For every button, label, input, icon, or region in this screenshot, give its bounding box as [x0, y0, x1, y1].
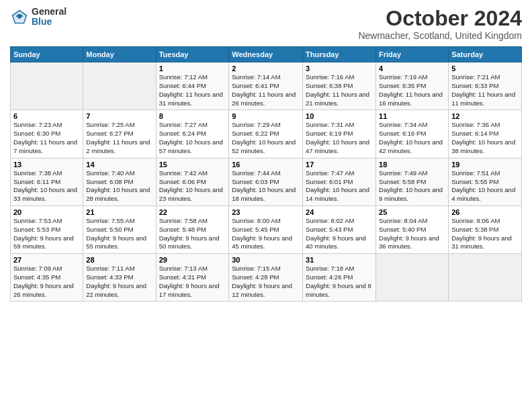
logo-text: General Blue: [32, 7, 66, 28]
calendar-cell: 31Sunrise: 7:18 AM Sunset: 4:26 PM Dayli…: [303, 254, 376, 302]
day-info: Sunrise: 7:36 AM Sunset: 6:14 PM Dayligh…: [451, 121, 519, 155]
calendar-cell: 24Sunrise: 8:02 AM Sunset: 5:43 PM Dayli…: [303, 205, 376, 253]
calendar-cell: [376, 254, 449, 302]
day-number: 13: [13, 161, 80, 169]
logo: General Blue: [10, 7, 66, 28]
day-info: Sunrise: 7:21 AM Sunset: 6:33 PM Dayligh…: [451, 73, 519, 107]
calendar-cell: 16Sunrise: 7:44 AM Sunset: 6:03 PM Dayli…: [229, 158, 303, 205]
day-info: Sunrise: 7:09 AM Sunset: 4:35 PM Dayligh…: [13, 265, 80, 299]
calendar-cell: [11, 62, 83, 110]
week-row-4: 27Sunrise: 7:09 AM Sunset: 4:35 PM Dayli…: [11, 254, 522, 302]
day-info: Sunrise: 7:47 AM Sunset: 6:01 PM Dayligh…: [306, 169, 373, 203]
calendar-table: Sunday Monday Tuesday Wednesday Thursday…: [10, 46, 522, 302]
day-info: Sunrise: 7:31 AM Sunset: 6:19 PM Dayligh…: [306, 121, 373, 155]
day-number: 25: [379, 208, 445, 216]
day-number: 17: [306, 161, 373, 169]
week-row-0: 1Sunrise: 7:12 AM Sunset: 6:44 PM Daylig…: [11, 62, 522, 110]
calendar-cell: 25Sunrise: 8:04 AM Sunset: 5:40 PM Dayli…: [376, 205, 449, 253]
calendar-cell: [449, 254, 522, 302]
day-info: Sunrise: 7:23 AM Sunset: 6:30 PM Dayligh…: [13, 121, 80, 155]
header-row: Sunday Monday Tuesday Wednesday Thursday…: [11, 47, 522, 62]
calendar-cell: 30Sunrise: 7:15 AM Sunset: 4:28 PM Dayli…: [229, 254, 303, 302]
day-info: Sunrise: 7:38 AM Sunset: 6:11 PM Dayligh…: [13, 169, 80, 203]
day-number: 9: [232, 112, 300, 120]
day-info: Sunrise: 7:49 AM Sunset: 5:58 PM Dayligh…: [379, 169, 445, 203]
day-info: Sunrise: 7:29 AM Sunset: 6:22 PM Dayligh…: [232, 121, 300, 155]
day-info: Sunrise: 8:06 AM Sunset: 5:38 PM Dayligh…: [451, 217, 519, 251]
calendar-cell: 3Sunrise: 7:16 AM Sunset: 6:38 PM Daylig…: [303, 62, 376, 110]
week-row-3: 20Sunrise: 7:53 AM Sunset: 5:53 PM Dayli…: [11, 205, 522, 253]
day-number: 1: [159, 64, 226, 73]
day-info: Sunrise: 7:19 AM Sunset: 6:35 PM Dayligh…: [379, 73, 445, 107]
calendar-cell: 9Sunrise: 7:29 AM Sunset: 6:22 PM Daylig…: [229, 110, 303, 158]
day-number: 26: [451, 208, 519, 216]
title-block: October 2024 Newmacher, Scotland, United…: [358, 7, 522, 41]
week-row-2: 13Sunrise: 7:38 AM Sunset: 6:11 PM Dayli…: [11, 158, 522, 205]
calendar-cell: 15Sunrise: 7:42 AM Sunset: 6:06 PM Dayli…: [156, 158, 229, 205]
day-info: Sunrise: 8:04 AM Sunset: 5:40 PM Dayligh…: [379, 217, 445, 251]
calendar-cell: 8Sunrise: 7:27 AM Sunset: 6:24 PM Daylig…: [156, 110, 229, 158]
day-number: 23: [232, 208, 300, 216]
day-number: 15: [159, 161, 226, 169]
day-info: Sunrise: 7:40 AM Sunset: 6:08 PM Dayligh…: [86, 169, 152, 203]
day-number: 5: [451, 64, 519, 73]
day-info: Sunrise: 7:13 AM Sunset: 4:31 PM Dayligh…: [159, 265, 226, 299]
calendar-cell: 7Sunrise: 7:25 AM Sunset: 6:27 PM Daylig…: [83, 110, 156, 158]
calendar-cell: 23Sunrise: 8:00 AM Sunset: 5:45 PM Dayli…: [229, 205, 303, 253]
calendar-cell: 11Sunrise: 7:34 AM Sunset: 6:16 PM Dayli…: [376, 110, 449, 158]
day-info: Sunrise: 7:15 AM Sunset: 4:28 PM Dayligh…: [232, 265, 300, 299]
day-info: Sunrise: 7:12 AM Sunset: 6:44 PM Dayligh…: [159, 73, 226, 107]
calendar-cell: 2Sunrise: 7:14 AM Sunset: 6:41 PM Daylig…: [229, 62, 303, 110]
day-info: Sunrise: 7:18 AM Sunset: 4:26 PM Dayligh…: [306, 265, 373, 299]
day-info: Sunrise: 7:34 AM Sunset: 6:16 PM Dayligh…: [379, 121, 445, 155]
day-info: Sunrise: 7:58 AM Sunset: 5:48 PM Dayligh…: [159, 217, 226, 251]
day-number: 11: [379, 112, 445, 120]
month-title: October 2024: [358, 7, 522, 30]
day-number: 18: [379, 161, 445, 169]
day-number: 16: [232, 161, 300, 169]
day-number: 19: [451, 161, 519, 169]
calendar-cell: 1Sunrise: 7:12 AM Sunset: 6:44 PM Daylig…: [156, 62, 229, 110]
calendar-cell: 4Sunrise: 7:19 AM Sunset: 6:35 PM Daylig…: [376, 62, 449, 110]
day-number: 20: [13, 208, 80, 216]
day-info: Sunrise: 7:14 AM Sunset: 6:41 PM Dayligh…: [232, 73, 300, 107]
col-tuesday: Tuesday: [156, 47, 229, 62]
day-number: 31: [306, 256, 373, 264]
calendar-cell: 19Sunrise: 7:51 AM Sunset: 5:55 PM Dayli…: [449, 158, 522, 205]
day-number: 10: [306, 112, 373, 120]
day-number: 12: [451, 112, 519, 120]
header: General Blue October 2024 Newmacher, Sco…: [10, 7, 522, 41]
col-thursday: Thursday: [303, 47, 376, 62]
day-number: 27: [13, 256, 80, 264]
page: General Blue October 2024 Newmacher, Sco…: [0, 0, 532, 308]
col-friday: Friday: [376, 47, 449, 62]
calendar-cell: 5Sunrise: 7:21 AM Sunset: 6:33 PM Daylig…: [449, 62, 522, 110]
location-subtitle: Newmacher, Scotland, United Kingdom: [358, 30, 522, 41]
day-number: 21: [86, 208, 152, 216]
calendar-cell: 6Sunrise: 7:23 AM Sunset: 6:30 PM Daylig…: [11, 110, 83, 158]
calendar-cell: 20Sunrise: 7:53 AM Sunset: 5:53 PM Dayli…: [11, 205, 83, 253]
calendar-cell: 21Sunrise: 7:55 AM Sunset: 5:50 PM Dayli…: [83, 205, 156, 253]
calendar-cell: 14Sunrise: 7:40 AM Sunset: 6:08 PM Dayli…: [83, 158, 156, 205]
calendar-cell: 27Sunrise: 7:09 AM Sunset: 4:35 PM Dayli…: [11, 254, 83, 302]
calendar-cell: [83, 62, 156, 110]
day-info: Sunrise: 7:42 AM Sunset: 6:06 PM Dayligh…: [159, 169, 226, 203]
calendar-cell: 10Sunrise: 7:31 AM Sunset: 6:19 PM Dayli…: [303, 110, 376, 158]
calendar-cell: 13Sunrise: 7:38 AM Sunset: 6:11 PM Dayli…: [11, 158, 83, 205]
week-row-1: 6Sunrise: 7:23 AM Sunset: 6:30 PM Daylig…: [11, 110, 522, 158]
day-info: Sunrise: 7:27 AM Sunset: 6:24 PM Dayligh…: [159, 121, 226, 155]
day-info: Sunrise: 7:16 AM Sunset: 6:38 PM Dayligh…: [306, 73, 373, 107]
logo-blue-text: Blue: [32, 17, 66, 27]
day-number: 24: [306, 208, 373, 216]
calendar-cell: 12Sunrise: 7:36 AM Sunset: 6:14 PM Dayli…: [449, 110, 522, 158]
day-number: 7: [86, 112, 152, 120]
day-info: Sunrise: 7:44 AM Sunset: 6:03 PM Dayligh…: [232, 169, 300, 203]
day-info: Sunrise: 7:51 AM Sunset: 5:55 PM Dayligh…: [451, 169, 519, 203]
calendar-cell: 18Sunrise: 7:49 AM Sunset: 5:58 PM Dayli…: [376, 158, 449, 205]
day-info: Sunrise: 8:00 AM Sunset: 5:45 PM Dayligh…: [232, 217, 300, 251]
day-info: Sunrise: 7:53 AM Sunset: 5:53 PM Dayligh…: [13, 217, 80, 251]
logo-general-text: General: [32, 7, 66, 17]
day-number: 4: [379, 64, 445, 73]
day-number: 14: [86, 161, 152, 169]
col-sunday: Sunday: [11, 47, 83, 62]
